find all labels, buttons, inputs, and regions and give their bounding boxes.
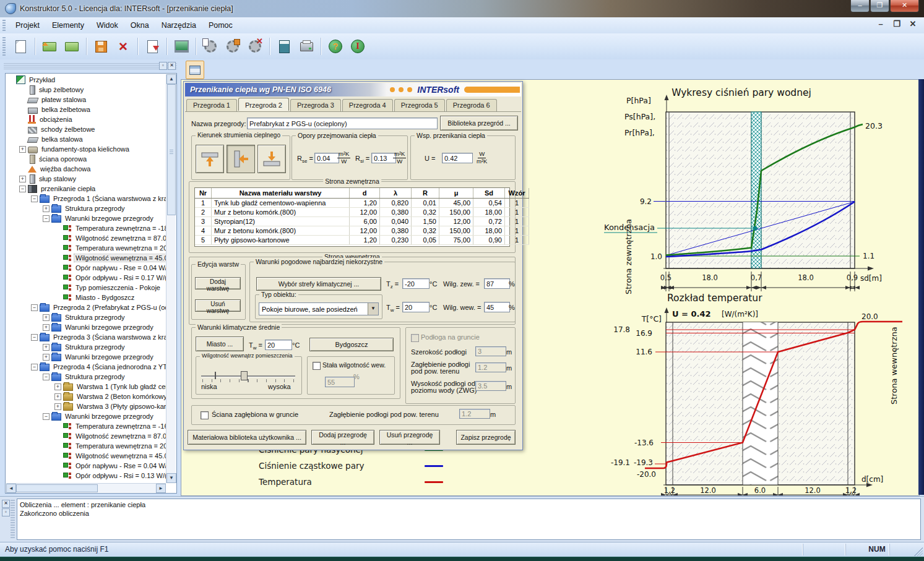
expander-collapse-icon[interactable]: − — [31, 304, 38, 311]
tree-item[interactable]: słup żelbetowy — [6, 85, 166, 95]
expander-expand-icon[interactable]: + — [54, 393, 61, 400]
tree-item[interactable]: −Przegroda 1 (Ściana warstwowa z krato — [6, 194, 166, 203]
menu-narzędzia[interactable]: Narzędzia — [155, 19, 202, 32]
delete-element-button[interactable] — [113, 36, 134, 57]
save-settings-button[interactable] — [222, 36, 243, 57]
chevron-down-icon[interactable]: ▼ — [368, 303, 378, 315]
print-button[interactable] — [296, 36, 317, 57]
panel-header-grip[interactable] — [4, 63, 177, 71]
tree-item[interactable]: −Warunki brzegowe przegrody — [6, 411, 166, 421]
display-view-button[interactable] — [171, 36, 192, 57]
table-row[interactable]: 3Styropian(12)6,000,0401,5012,000,721 — [195, 217, 529, 226]
slider-handle[interactable] — [241, 371, 248, 380]
save-partition-button[interactable]: Zapisz przegrodę — [456, 430, 516, 445]
expander-collapse-icon[interactable]: − — [43, 374, 50, 380]
heat-flow-horizontal-button[interactable] — [227, 145, 255, 173]
library-button[interactable]: Biblioteka przegród ... — [440, 116, 518, 131]
close-button[interactable]: ✕ — [890, 0, 919, 12]
menu-elementy[interactable]: Elementy — [46, 19, 90, 32]
materials-table[interactable]: NrNazwa materiału warstwydλRμSdWzór1Tynk… — [195, 188, 529, 245]
resize-grip[interactable] — [914, 547, 923, 556]
tree-item[interactable]: belka żelbetowa — [6, 105, 166, 114]
tw-avg-input[interactable] — [265, 340, 292, 350]
page-settings-button[interactable] — [200, 36, 221, 57]
expander-collapse-icon[interactable]: − — [43, 413, 50, 420]
expander-expand-icon[interactable]: + — [19, 146, 26, 153]
expander-expand-icon[interactable]: + — [43, 344, 50, 351]
city-value-button[interactable]: Bydgoszcz — [309, 338, 394, 351]
mdi-minimize-button[interactable]: – — [876, 19, 886, 28]
open-file-button[interactable] — [39, 36, 60, 57]
tree-item[interactable]: +Warunki brzegowe przegrody — [6, 322, 166, 332]
help-button[interactable] — [325, 36, 346, 57]
int-humidity-input[interactable] — [484, 302, 510, 312]
tz-input[interactable] — [402, 278, 430, 289]
print-preview-button[interactable] — [142, 36, 163, 57]
tree-item[interactable]: Miasto - Bydgoszcz — [6, 293, 166, 302]
tree-item[interactable]: Temperatura zewnętrzna = -16.0 °C — [6, 421, 166, 431]
new-file-button[interactable] — [10, 36, 31, 57]
table-row[interactable]: 2Mur z betonu komórk.(800)12,000,3800,32… — [195, 208, 529, 217]
tree-item[interactable]: +Warunki brzegowe przegrody — [6, 352, 166, 362]
tree-item[interactable]: −Przegroda 3 (Ściana warstwowa z krató — [6, 332, 166, 342]
expander-expand-icon[interactable]: + — [43, 354, 50, 361]
show-dialog-button[interactable] — [186, 61, 204, 79]
expander-expand-icon[interactable]: + — [43, 314, 50, 321]
tab-przegroda-5[interactable]: Przegroda 5 — [394, 99, 445, 112]
climate-zone-button[interactable]: Wybór strefy klimatycznej ... — [256, 277, 381, 291]
tree-item[interactable]: −Warunki brzegowe przegrody — [6, 213, 166, 223]
tab-przegroda-6[interactable]: Przegroda 6 — [446, 99, 497, 112]
expander-collapse-icon[interactable]: − — [19, 186, 26, 192]
tree-item[interactable]: −Przegroda 2 (Prefabrykat z PGS-u (ocie — [6, 302, 166, 312]
output-close-button[interactable]: ✕ — [2, 500, 10, 508]
tree-item[interactable]: płatew stalowa — [6, 95, 166, 105]
expander-expand-icon[interactable]: + — [43, 205, 50, 212]
tree-item[interactable]: Typ pomieszczenia - Pokoje — [6, 283, 166, 293]
scroll-down-icon[interactable]: ▼ — [166, 473, 176, 483]
tree-item[interactable]: Temperatura zewnętrzna = -18.0 °C — [6, 223, 166, 233]
tree-item[interactable]: Wilgotność wewnętrzna = 45.0 % — [6, 451, 166, 461]
tree-item[interactable]: Temperatura wewnętrzna = 20.0 °C — [6, 441, 166, 451]
tree-item[interactable]: Przykład — [6, 75, 166, 85]
tree-item[interactable]: Opór napływu - Rse = 0.04 W/(m²K) — [6, 263, 166, 273]
tree-item[interactable]: +fundamenty-stopa kielichowa — [6, 144, 166, 154]
add-layer-button[interactable]: Dodaj warstwę — [195, 277, 241, 289]
minimize-button[interactable]: – — [850, 0, 870, 12]
output-grip[interactable] — [11, 500, 15, 538]
tree-item[interactable]: +Struktura przegrody — [6, 342, 166, 352]
horizontal-scrollbar[interactable]: ◄ ► — [6, 483, 166, 492]
vertical-scroll-thumb[interactable] — [167, 84, 176, 215]
panel-restore-button[interactable]: ▫ — [159, 62, 167, 70]
remove-partition-button[interactable]: Usuń przegrodę ... — [379, 430, 440, 445]
about-button[interactable] — [347, 36, 368, 57]
mdi-close-button[interactable]: ✕ — [908, 19, 918, 28]
rse-input[interactable] — [314, 153, 339, 163]
u-input[interactable] — [442, 153, 473, 163]
tree-item[interactable]: Temperatura wewnętrzna = 20.0 °C — [6, 243, 166, 253]
tree-item[interactable]: −Struktura przegrody — [6, 372, 166, 382]
tree-item[interactable]: belka stalowa — [6, 134, 166, 144]
tab-przegroda-1[interactable]: Przegroda 1 — [186, 99, 237, 112]
mdi-restore-button[interactable]: ❐ — [892, 19, 902, 28]
remove-layer-button[interactable]: Usuń warstwę — [195, 299, 241, 312]
user-library-button[interactable]: Materiałowa biblioteka użytkownika ... — [188, 430, 306, 445]
tree-item[interactable]: +Struktura przegrody — [6, 312, 166, 322]
tree-item[interactable]: +Warstwa 1 (Tynk lub gładź cem — [6, 382, 166, 392]
calculator-button[interactable] — [274, 36, 295, 57]
city-button[interactable]: Miasto ... — [196, 336, 244, 351]
tree-item[interactable]: Opór odpływu - Rsi = 0.13 W/(m²K) — [6, 471, 166, 481]
object-type-select[interactable]: Pokoje biurowe, sale posiedzeń ▼ — [259, 302, 379, 315]
expander-expand-icon[interactable]: + — [54, 383, 61, 390]
delete-settings-button[interactable] — [244, 36, 266, 57]
tree-item[interactable]: Wilgotność zewnętrzna = 87.0 % — [6, 233, 166, 243]
wall-in-ground-checkbox[interactable] — [201, 411, 209, 419]
table-row[interactable]: 5Płyty gipsowo-kartonowe1,200,2300,0575,… — [195, 236, 529, 245]
scroll-up-icon[interactable]: ▲ — [166, 74, 176, 84]
panel-close-button[interactable]: ✕ — [168, 62, 176, 70]
rsi-input[interactable] — [371, 153, 396, 163]
tab-przegroda-4[interactable]: Przegroda 4 — [342, 99, 393, 112]
heat-flow-up-button[interactable] — [196, 145, 224, 173]
vertical-scrollbar[interactable]: ▲ ▼ — [166, 74, 176, 483]
menu-pomoc[interactable]: Pomoc — [202, 19, 239, 32]
scroll-right-icon[interactable]: ► — [156, 484, 166, 493]
